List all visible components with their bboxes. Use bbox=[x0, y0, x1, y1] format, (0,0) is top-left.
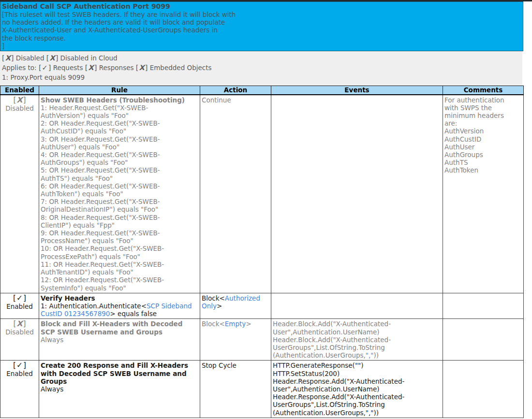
cross-mark-icon: [X] bbox=[2, 54, 14, 62]
action-cell: Stop Cycle bbox=[200, 361, 271, 418]
enabled-state-label: Enabled bbox=[2, 370, 37, 378]
rule-title: Create 200 Response and Fill X-Headers w… bbox=[41, 361, 198, 385]
policy-object-link[interactable]: SCP Sideband CustID 01234567890 bbox=[41, 302, 192, 318]
enabled-cell: [X]Disabled bbox=[0, 95, 39, 293]
events-cell: HTTP.GenerateResponse("") HTTP.SetStatus… bbox=[271, 361, 443, 418]
column-header-rule: Rule bbox=[39, 86, 200, 95]
events-cell bbox=[271, 293, 443, 319]
enabled-cell: [X]Disabled bbox=[0, 319, 39, 361]
status-line-disabled-flags: [X] Disabled [X] Disabled in Cloud bbox=[2, 54, 520, 62]
policy-object-link[interactable]: Empty bbox=[225, 320, 246, 328]
rule-conditions: 1: Header.Request.Get("X-SWEB- AuthVersi… bbox=[41, 104, 198, 292]
action-cell: Block<Authorized Only> bbox=[200, 293, 271, 319]
rule-conditions: Always bbox=[41, 336, 198, 344]
rule-cell: Show SWEB Headers (Troubleshooting)1: He… bbox=[39, 95, 200, 293]
rule-cell: Verify Headers1: Authentication.Authenti… bbox=[39, 293, 200, 319]
action-cell: Block<Empty> bbox=[200, 319, 271, 361]
enabled-state-mark: [✓] bbox=[2, 294, 37, 303]
enabled-state-mark: [X] bbox=[2, 320, 37, 328]
action-cell: Continue bbox=[200, 95, 271, 293]
enabled-cell: [✓]Enabled bbox=[0, 361, 39, 418]
table-row: [✓]EnabledCreate 200 Response and Fill X… bbox=[0, 361, 524, 418]
cross-mark-icon: [X] bbox=[136, 64, 148, 72]
rule-conditions: 1: Authentication.Authenticate<SCP Sideb… bbox=[41, 302, 198, 318]
cross-mark-icon: [X] bbox=[13, 96, 26, 104]
table-header-row: EnabledRuleActionEventsComments bbox=[0, 86, 524, 95]
enabled-state-label: Disabled bbox=[2, 328, 37, 336]
ruleset-description: [This ruleset will test SWEB headers. If… bbox=[2, 11, 521, 50]
column-header-enabled: Enabled bbox=[0, 86, 39, 95]
comments-cell: For authentication with SWPS the minimum… bbox=[443, 95, 524, 293]
events-cell bbox=[271, 95, 443, 293]
enabled-state-mark: [✓] bbox=[2, 361, 37, 370]
rule-title: Verify Headers bbox=[41, 294, 198, 302]
policy-rules-table: EnabledRuleActionEventsComments [X]Disab… bbox=[0, 86, 524, 418]
column-header-comments: Comments bbox=[443, 86, 524, 95]
column-header-events: Events bbox=[271, 86, 443, 95]
ruleset-status-bar: [X] Disabled [X] Disabled in Cloud Appli… bbox=[0, 51, 522, 86]
rule-title: Show SWEB Headers (Troubleshooting) bbox=[41, 96, 198, 104]
comments-cell bbox=[443, 293, 524, 319]
cross-mark-icon: [X] bbox=[85, 64, 97, 72]
cross-mark-icon: [X] bbox=[46, 54, 59, 62]
enabled-cell: [✓]Enabled bbox=[0, 293, 39, 319]
check-mark-icon: [✓] bbox=[13, 294, 26, 303]
table-row: [X]DisabledBlock and Fill X-Headers with… bbox=[0, 319, 524, 361]
enabled-state-label: Disabled bbox=[2, 104, 37, 113]
comments-cell bbox=[443, 361, 524, 418]
check-mark-icon: [✓] bbox=[39, 64, 51, 72]
table-row: [✓]EnabledVerify Headers1: Authenticatio… bbox=[0, 293, 524, 319]
ruleset-header: Sideband Call SCP Authentication Port 90… bbox=[0, 1, 523, 51]
events-cell: Header.Block.Add("X-Authenticated- User"… bbox=[271, 319, 443, 361]
comments-cell bbox=[443, 319, 524, 361]
check-mark-icon: [✓] bbox=[13, 361, 26, 370]
enabled-state-mark: [X] bbox=[2, 96, 37, 104]
rule-title: Block and Fill X-Headers with Decoded SC… bbox=[41, 320, 198, 335]
enabled-state-label: Enabled bbox=[2, 303, 37, 311]
status-line-condition: 1: Proxy.Port equals 9099 bbox=[2, 73, 520, 81]
status-line-applies-to: Applies to: [✓] Requests [X] Responses [… bbox=[2, 64, 520, 72]
column-header-action: Action bbox=[200, 86, 271, 95]
table-row: [X]DisabledShow SWEB Headers (Troublesho… bbox=[0, 95, 524, 293]
policy-object-link[interactable]: Authorized Only bbox=[202, 294, 260, 310]
cross-mark-icon: [X] bbox=[13, 319, 26, 328]
ruleset-title: Sideband Call SCP Authentication Port 90… bbox=[2, 2, 521, 11]
rule-conditions: Always bbox=[41, 385, 198, 393]
rule-cell: Create 200 Response and Fill X-Headers w… bbox=[39, 361, 200, 418]
rule-cell: Block and Fill X-Headers with Decoded SC… bbox=[39, 319, 200, 361]
